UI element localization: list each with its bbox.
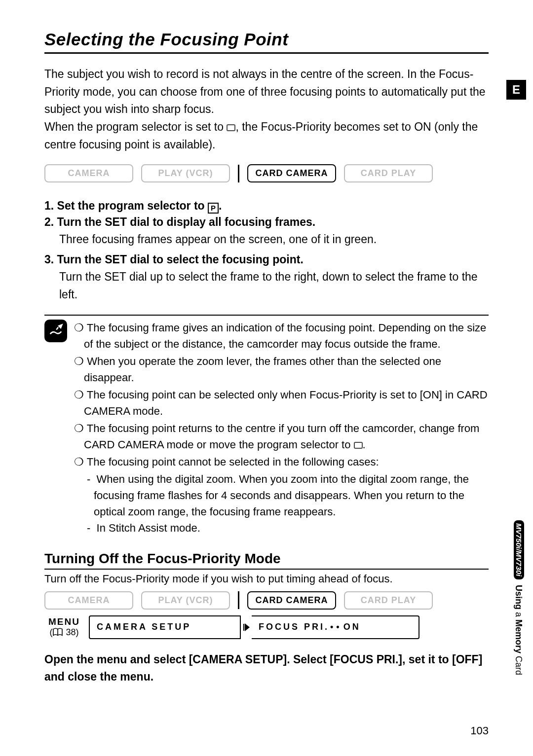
step-2-head: 2. Turn the SET dial to display all focu…: [44, 216, 489, 229]
mode-card-camera-2: CARD CAMERA: [247, 591, 336, 610]
step-3-body: Turn the SET dial up to select the frame…: [44, 268, 489, 303]
model-badge: MV750i/MV730i: [514, 520, 524, 579]
arrow-icon: [240, 615, 253, 639]
side-section-bold2: Memory: [514, 619, 524, 653]
mode-play-vcr: PLAY (VCR): [141, 164, 230, 182]
mode-card-play: CARD PLAY: [344, 164, 433, 182]
note-2-text: When you operate the zoom lever, the fra…: [84, 355, 441, 384]
note-icon: [44, 320, 67, 342]
menu-box-focus-pri: FOCUS PRI.ON: [252, 615, 419, 639]
menu-item-name: FOCUS PRI.: [259, 622, 329, 632]
page-title: Selecting the Focusing Point: [44, 30, 489, 54]
menu-item-value: ON: [343, 622, 361, 632]
page-number: 103: [470, 724, 489, 737]
note-3-text: The focusing point can be selected only …: [84, 389, 488, 417]
menu-dots: [329, 622, 343, 632]
note-5a-text: When using the digital zoom. When you zo…: [94, 473, 469, 518]
step-1-end: .: [219, 199, 222, 212]
mode-card-play-2: CARD PLAY: [344, 591, 433, 610]
mode-camera-2: CAMERA: [44, 591, 133, 610]
side-section-end: Card: [514, 653, 524, 675]
note-item-1: ❍ The focusing frame gives an indication…: [74, 320, 489, 352]
note-5b-text: In Stitch Assist mode.: [97, 522, 200, 534]
sub-intro: Turn off the Focus-Priority mode if you …: [44, 573, 489, 585]
note-item-2: ❍ When you operate the zoom lever, the f…: [74, 353, 489, 386]
note-1-text: The focusing frame gives an indication o…: [84, 322, 486, 350]
note-4-text-a: The focusing point returns to the centre…: [84, 422, 479, 451]
mode-card-camera: CARD CAMERA: [247, 164, 336, 182]
step-3-head: 3. Turn the SET dial to select the focus…: [44, 253, 489, 266]
menu-word: MENU: [44, 616, 84, 627]
mode-play-vcr-2: PLAY (VCR): [141, 591, 230, 610]
intro-text: The subject you wish to record is not al…: [44, 66, 489, 153]
mode-separator-2: [238, 591, 239, 609]
note-5-text: The focusing point cannot be selected in…: [87, 456, 379, 468]
steps-list: 1. Set the program selector to P. 2. Tur…: [44, 199, 489, 303]
menu-box-camera-setup: CAMERA SETUP: [89, 615, 242, 639]
language-tab: E: [506, 80, 526, 100]
note-item-4: ❍ The focusing point returns to the cent…: [74, 420, 489, 453]
p-mode-icon: P: [208, 203, 219, 214]
menu-ref-num: 38: [66, 627, 76, 637]
menu-page-ref: ( 38): [44, 627, 84, 638]
svg-rect-2: [243, 624, 244, 631]
mode-selector-row-2: CAMERA PLAY (VCR) CARD CAMERA CARD PLAY: [44, 591, 489, 610]
step-1-text: 1. Set the program selector to: [44, 199, 208, 212]
book-icon: [52, 628, 63, 637]
note-item-5: ❍ The focusing point cannot be selected …: [74, 454, 489, 470]
auto-mode-icon-2: [354, 442, 363, 449]
svg-line-0: [56, 327, 58, 329]
mode-separator: [238, 165, 239, 182]
subheading: Turning Off the Focus-Priority Mode: [44, 551, 489, 570]
step-1-head: 1. Set the program selector to P.: [44, 199, 489, 214]
notes-section: ❍ The focusing frame gives an indication…: [44, 311, 489, 536]
mode-selector-row: CAMERA PLAY (VCR) CARD CAMERA CARD PLAY: [44, 164, 489, 182]
note-item-3: ❍ The focusing point can be selected onl…: [74, 387, 489, 419]
side-section-label: MV750i/MV730i Using a Memory Card: [513, 520, 524, 675]
menu-label: MENU ( 38): [44, 616, 84, 638]
intro-p1: The subject you wish to record is not al…: [44, 68, 486, 115]
auto-mode-icon: [227, 124, 235, 131]
step-2-body: Three focusing frames appear on the scre…: [44, 231, 489, 249]
intro-p2a: When the program selector is set to: [44, 120, 227, 133]
side-section-text: Using a Memory Card: [514, 585, 524, 675]
note-5-sub-b: - In Stitch Assist mode.: [74, 520, 489, 536]
note-5-sub-a: - When using the digital zoom. When you …: [74, 471, 489, 520]
side-section-mid: a: [514, 610, 524, 619]
mode-camera: CAMERA: [44, 164, 133, 182]
notes-list: ❍ The focusing frame gives an indication…: [74, 320, 489, 536]
menu-path-row: MENU ( 38) CAMERA SETUP FOCUS PRI.ON: [44, 615, 489, 639]
side-section-bold1: Using: [514, 585, 524, 610]
note-4-text-b: .: [363, 438, 366, 451]
final-instruction: Open the menu and select [CAMERA SETUP].…: [44, 651, 489, 686]
